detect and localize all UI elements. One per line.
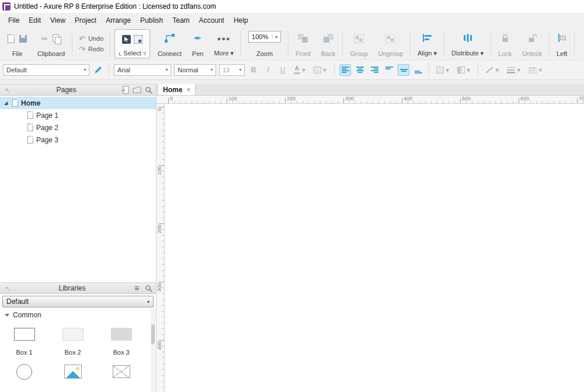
menu-file[interactable]: File <box>4 15 24 26</box>
menu-edit[interactable]: Edit <box>24 15 46 26</box>
line-style-button[interactable]: ▾ <box>526 64 545 76</box>
page-item-home[interactable]: ◢ Home <box>0 97 156 109</box>
libraries-panel-title: Libraries <box>15 284 130 292</box>
line-color-button[interactable]: ▾ <box>483 64 502 76</box>
panel-pin-icon[interactable]: ↖ <box>3 85 12 94</box>
menu-publish[interactable]: Publish <box>135 15 168 26</box>
text-valign-top-button[interactable] <box>383 64 395 76</box>
select-label: Select <box>119 50 145 57</box>
page-item-page3[interactable]: Page 3 <box>0 134 156 146</box>
widget-box1[interactable]: Box 1 <box>14 324 35 356</box>
chevron-down-icon[interactable]: ▾ <box>272 34 280 40</box>
expand-triangle-icon[interactable]: ◢ <box>4 100 9 106</box>
select-contain-icon <box>134 35 142 44</box>
text-align-right-button[interactable] <box>369 64 380 76</box>
line-width-button[interactable]: ▾ <box>505 64 523 76</box>
text-align-left-button[interactable] <box>339 64 351 76</box>
redo-label: Redo <box>88 46 103 52</box>
design-canvas[interactable] <box>165 104 584 392</box>
ruler-tick-label: 300 <box>345 96 354 102</box>
tab-home[interactable]: Home × <box>158 84 196 95</box>
menu-help[interactable]: Help <box>229 15 253 26</box>
clipboard-group[interactable]: ✂ Clipboard <box>32 29 70 58</box>
ruler-tick-label: 400 <box>404 96 412 102</box>
menu-account[interactable]: Account <box>194 15 229 26</box>
add-page-icon[interactable] <box>120 85 130 94</box>
add-folder-icon[interactable] <box>132 85 141 94</box>
library-select[interactable]: Default ▾ <box>2 296 154 307</box>
front-button[interactable]: Front <box>290 29 316 58</box>
page-item-page2[interactable]: Page 2 <box>0 121 156 134</box>
align-button[interactable]: Align ▾ <box>412 29 442 58</box>
back-button[interactable]: Back <box>316 29 340 58</box>
panel-pin-icon[interactable]: ↖ <box>3 284 12 293</box>
back-label: Back <box>321 50 335 57</box>
page-icon <box>27 111 33 119</box>
ruler-tick-label: 400 <box>157 341 164 350</box>
widget-ellipse[interactable] <box>16 362 32 386</box>
menu-team[interactable]: Team <box>168 15 194 26</box>
ruler-tick-label: 0 <box>157 108 164 111</box>
titlebar: Untitled - Axure RP 8 Enterprise Edition… <box>0 0 584 13</box>
italic-button[interactable]: I <box>262 64 274 76</box>
widget-style-value: Default <box>4 66 81 74</box>
select-mode-button[interactable]: Select <box>114 29 150 58</box>
zoom-label: Zoom <box>256 50 273 57</box>
library-section-common[interactable]: Common <box>0 309 156 321</box>
widget-style-select[interactable]: Default ▾ <box>3 64 89 76</box>
undo-label: Undo <box>88 35 103 42</box>
lock-button[interactable]: Lock <box>493 29 517 58</box>
more-button[interactable]: ●●● More ▾ <box>208 29 239 58</box>
search-icon[interactable] <box>144 85 153 94</box>
widget-placeholder[interactable] <box>113 362 130 386</box>
front-label: Front <box>296 50 311 57</box>
opacity-button[interactable]: ▾ <box>455 64 473 76</box>
page-label: Page 1 <box>36 111 58 120</box>
text-align-center-button[interactable] <box>354 64 366 76</box>
menu-view[interactable]: View <box>46 15 70 26</box>
page-item-page1[interactable]: Page 1 <box>0 109 156 121</box>
font-family-select[interactable]: Arial ▾ <box>114 64 171 76</box>
menu-project[interactable]: Project <box>70 15 101 26</box>
widget-image[interactable] <box>64 362 82 386</box>
text-valign-middle-button[interactable] <box>398 64 409 76</box>
underline-button[interactable]: U <box>277 64 288 76</box>
edit-style-button[interactable] <box>92 64 104 76</box>
distribute-button[interactable]: Distribute ▾ <box>446 29 489 58</box>
connect-button[interactable]: Connect <box>152 29 187 58</box>
fill-color-button[interactable]: ▾ <box>434 64 452 76</box>
corner-mark <box>119 52 121 55</box>
align-left-button[interactable]: Left <box>551 29 572 58</box>
font-weight-select[interactable]: Normal ▾ <box>174 64 216 76</box>
text-valign-bottom-button[interactable] <box>412 64 424 76</box>
ungroup-button[interactable]: Ungroup <box>373 29 408 58</box>
text-highlight-button[interactable]: ▾ <box>311 64 329 76</box>
menu-icon[interactable]: ≡ <box>132 284 141 293</box>
search-icon[interactable] <box>144 284 153 293</box>
distribute-label: Distribute ▾ <box>451 50 484 57</box>
redo-button[interactable]: ↷ Redo <box>79 46 103 53</box>
library-scrollbar[interactable] <box>151 309 155 392</box>
widget-box2[interactable]: Box 2 <box>62 324 84 356</box>
main-toolbar: File ✂ Clipboard ↶ Undo ↷ Redo <box>0 27 584 60</box>
pages-panel-header: ↖ Pages <box>0 84 156 96</box>
undo-button[interactable]: ↶ Undo <box>79 35 103 43</box>
font-size-select[interactable]: 13 ▾ <box>219 64 245 76</box>
pen-button[interactable]: ✒ Pen <box>187 29 209 58</box>
chevron-down-icon <box>5 314 9 317</box>
chevron-down-icon: ▾ <box>81 67 89 72</box>
menu-arrange[interactable]: Arrange <box>101 15 135 26</box>
scrollbar-thumb[interactable] <box>151 324 155 344</box>
text-color-button[interactable]: A ▾ <box>291 64 308 76</box>
redo-icon: ↷ <box>79 46 85 53</box>
close-icon[interactable]: × <box>186 86 190 94</box>
unlock-button[interactable]: Unlock <box>517 29 547 58</box>
widget-box3[interactable]: Box 3 <box>111 324 132 356</box>
group-button[interactable]: Group <box>345 29 373 58</box>
zoom-select[interactable]: 100% ▾ <box>248 31 281 43</box>
placeholder-thumbnail <box>113 365 130 378</box>
pen-icon: ✒ <box>194 34 201 43</box>
new-file-icon <box>8 34 15 43</box>
file-group[interactable]: File <box>2 29 32 58</box>
bold-button[interactable]: B <box>248 64 259 76</box>
